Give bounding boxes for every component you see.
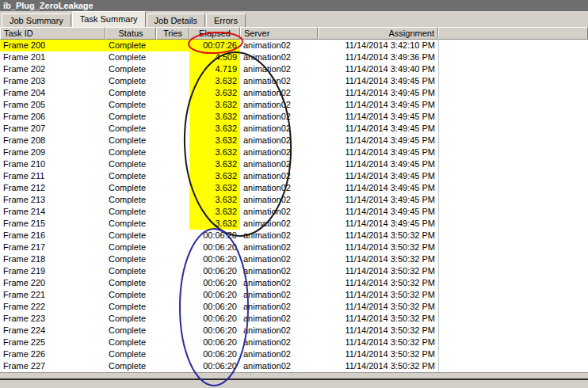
column-header-task-id[interactable]: Task ID [0, 27, 105, 40]
cell-tries [156, 111, 189, 123]
cell-task-id: Frame 225 [0, 337, 105, 348]
table-row[interactable]: Frame 201Complete4.509animation0211/14/2… [0, 51, 588, 63]
cell-assignment: 11/14/2014 3:49:45 PM [318, 99, 438, 111]
cell-tries [156, 170, 189, 182]
cell-elapsed: 00:06:20 [189, 242, 240, 253]
cell-task-id: Frame 214 [0, 206, 105, 218]
cell-assignment: 11/14/2014 3:50:32 PM [318, 337, 438, 348]
table-row[interactable]: Frame 210Complete3.632animation0211/14/2… [0, 158, 588, 170]
cell-assignment: 11/14/2014 3:49:45 PM [318, 123, 438, 135]
cell-elapsed: 00:07:26 [189, 40, 240, 51]
table-row[interactable]: Frame 226Complete00:06:20animation0211/1… [0, 348, 588, 360]
cell-elapsed: 3.632 [189, 146, 240, 158]
cell-server: animation02 [240, 182, 318, 194]
cell-tries [156, 99, 189, 111]
cell-status: Complete [105, 194, 156, 206]
cell-task-id: Frame 220 [0, 277, 105, 289]
column-header-server[interactable]: Server [240, 27, 318, 40]
tab-errors[interactable]: Errors [206, 13, 246, 27]
cell-server: animation02 [240, 63, 318, 75]
cell-assignment: 11/14/2014 3:50:32 PM [318, 277, 438, 289]
table-row[interactable]: Frame 223Complete00:06:20animation0211/1… [0, 313, 588, 325]
table-row[interactable]: Frame 211Complete3.632animation0211/14/2… [0, 170, 588, 182]
table-row[interactable]: Frame 209Complete3.632animation0211/14/2… [0, 146, 588, 158]
cell-assignment: 11/14/2014 3:50:32 PM [318, 265, 438, 277]
table-row[interactable]: Frame 213Complete3.632animation0211/14/2… [0, 194, 588, 206]
table-row[interactable]: Frame 217Complete00:06:20animation0211/1… [0, 242, 588, 253]
table-row[interactable]: Frame 207Complete3.632animation0211/14/2… [0, 123, 588, 135]
table-row[interactable]: Frame 218Complete00:06:20animation0211/1… [0, 253, 588, 265]
cell-assignment: 11/14/2014 3:49:45 PM [318, 111, 438, 123]
cell-assignment: 11/14/2014 3:49:45 PM [318, 194, 438, 206]
cell-server: animation02 [240, 313, 318, 325]
cell-elapsed: 00:06:20 [189, 301, 240, 313]
cell-server: animation02 [240, 325, 318, 337]
cell-tries [156, 182, 189, 194]
table-row[interactable]: Frame 200Complete00:07:26animation0211/1… [0, 40, 588, 51]
tab-task-summary[interactable]: Task Summary [72, 11, 146, 27]
cell-assignment: 11/14/2014 3:49:45 PM [318, 87, 438, 99]
cell-tries [156, 301, 189, 313]
table-row[interactable]: Frame 215Complete3.632animation0211/14/2… [0, 218, 588, 230]
cell-task-id: Frame 218 [0, 253, 105, 265]
cell-server: animation02 [240, 206, 318, 218]
cell-status: Complete [105, 313, 156, 325]
cell-status: Complete [105, 206, 156, 218]
cell-tries [156, 313, 189, 325]
cell-status: Complete [105, 123, 156, 135]
cell-task-id: Frame 205 [0, 99, 105, 111]
cell-task-id: Frame 222 [0, 301, 105, 313]
table-row[interactable]: Frame 208Complete3.632animation0211/14/2… [0, 135, 588, 146]
table-row[interactable]: Frame 221Complete00:06:20animation0211/1… [0, 289, 588, 301]
cell-tries [156, 337, 189, 348]
table-row[interactable]: Frame 203Complete3.632animation0211/14/2… [0, 75, 588, 87]
cell-status: Complete [105, 253, 156, 265]
table-row[interactable]: Frame 227Complete00:06:20animation0211/1… [0, 360, 588, 372]
table-row[interactable]: Frame 225Complete00:06:20animation0211/1… [0, 337, 588, 348]
table-row[interactable]: Frame 206Complete3.632animation0211/14/2… [0, 111, 588, 123]
cell-task-id: Frame 211 [0, 170, 105, 182]
tab-job-details[interactable]: Job Details [147, 13, 205, 27]
table-row[interactable]: Frame 202Complete4.719animation0211/14/2… [0, 63, 588, 75]
table-row[interactable]: Frame 212Complete3.632animation0211/14/2… [0, 182, 588, 194]
table-row[interactable]: Frame 222Complete00:06:20animation0211/1… [0, 301, 588, 313]
cell-server: animation02 [240, 75, 318, 87]
cell-tries [156, 123, 189, 135]
cell-tries [156, 40, 189, 51]
tab-job-summary[interactable]: Job Summary [2, 13, 71, 27]
cell-tries [156, 146, 189, 158]
cell-status: Complete [105, 111, 156, 123]
column-header-elapsed[interactable]: Elapsed [189, 27, 240, 40]
cell-server: animation02 [240, 277, 318, 289]
table-row[interactable]: Frame 216Complete00:06:20animation0211/1… [0, 230, 588, 242]
cell-server: animation02 [240, 337, 318, 348]
cell-tries [156, 289, 189, 301]
cell-elapsed: 00:06:20 [189, 337, 240, 348]
table-row[interactable]: Frame 204Complete3.632animation0211/14/2… [0, 87, 588, 99]
cell-elapsed: 00:06:20 [189, 253, 240, 265]
column-header-status[interactable]: Status [105, 27, 156, 40]
cell-elapsed: 4.719 [189, 63, 240, 75]
cell-server: animation02 [240, 230, 318, 242]
table-row[interactable]: Frame 224Complete00:06:20animation0211/1… [0, 325, 588, 337]
column-header-tries[interactable]: Tries [156, 27, 189, 40]
task-monitor-window: ib_Plug_ZeroLeakage Job SummaryTask Summ… [0, 0, 588, 388]
table-row[interactable]: Frame 220Complete00:06:20animation0211/1… [0, 277, 588, 289]
cell-tries [156, 242, 189, 253]
cell-assignment: 11/14/2014 3:49:45 PM [318, 206, 438, 218]
cell-elapsed: 3.632 [189, 206, 240, 218]
cell-tries [156, 360, 189, 372]
table-row[interactable]: Frame 205Complete3.632animation0211/14/2… [0, 99, 588, 111]
cell-task-id: Frame 221 [0, 289, 105, 301]
table-row[interactable]: Frame 219Complete00:06:20animation0211/1… [0, 265, 588, 277]
cell-assignment: 11/14/2014 3:50:32 PM [318, 242, 438, 253]
table-rows: Frame 200Complete00:07:26animation0211/1… [0, 40, 588, 372]
cell-assignment: 11/14/2014 3:49:45 PM [318, 75, 438, 87]
column-header-assignment[interactable]: Assignment [318, 27, 438, 40]
cell-assignment: 11/14/2014 3:50:32 PM [318, 289, 438, 301]
cell-status: Complete [105, 170, 156, 182]
cell-elapsed: 3.632 [189, 170, 240, 182]
table-row[interactable]: Frame 214Complete3.632animation0211/14/2… [0, 206, 588, 218]
cell-tries [156, 194, 189, 206]
cell-status: Complete [105, 277, 156, 289]
